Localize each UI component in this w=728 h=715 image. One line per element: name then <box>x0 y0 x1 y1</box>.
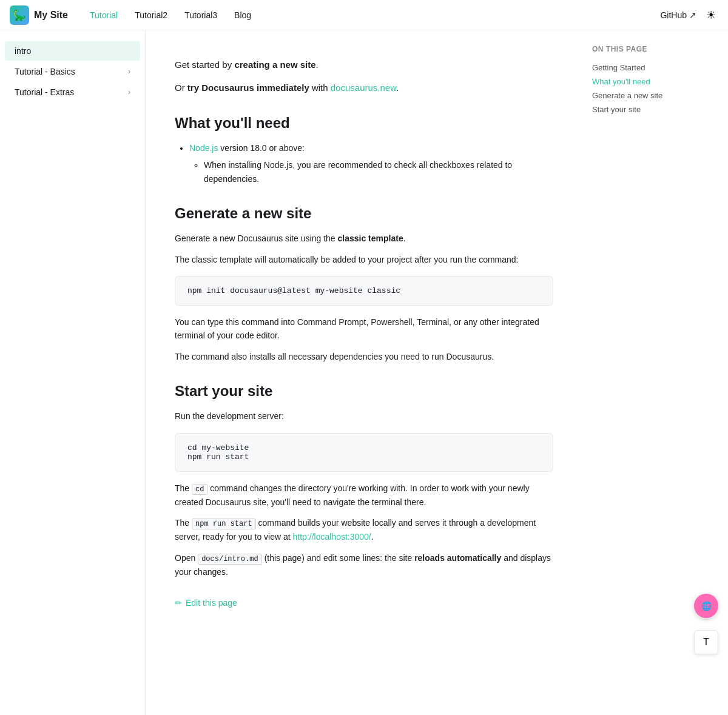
pencil-icon: ✏ <box>175 598 182 608</box>
edit-this-page-link[interactable]: ✏ Edit this page <box>175 598 553 608</box>
generate-description-1: Generate a new Docusaurus site using the… <box>175 232 553 245</box>
intro-try-bold: try Docusaurus immediately <box>187 82 309 93</box>
intro-text-1: Get started by <box>175 59 234 70</box>
reloads-bold: reloads automatically <box>414 553 501 563</box>
nodejs-requirement: Node.js version 18.0 or above: When inst… <box>189 141 553 186</box>
sidebar-item-intro-label: intro <box>15 46 31 56</box>
docusaurus-new-link[interactable]: docusaurus.new <box>331 82 396 93</box>
intro-bold: creating a new site <box>234 59 315 70</box>
sidebar-item-tutorial-extras[interactable]: Tutorial - Extras › <box>5 82 140 102</box>
github-link[interactable]: GitHub ↗ <box>660 10 696 20</box>
intro-try-mid: with <box>309 82 331 93</box>
classic-template-bold: classic template <box>338 233 403 243</box>
start-description-1: Run the development server: <box>175 409 553 423</box>
arrow-up-icon: T <box>703 637 709 648</box>
nodejs-sub-list: When installing Node.js, you are recomme… <box>204 158 553 186</box>
navbar-links: Tutorial Tutorial2 Tutorial3 Blog <box>83 7 660 24</box>
localhost-link[interactable]: http://localhost:3000/ <box>293 532 371 542</box>
start-your-site-heading: Start your site <box>175 383 553 400</box>
nodejs-suffix: version 18.0 or above: <box>218 143 304 153</box>
cd-pre: The <box>175 483 192 493</box>
generate-end: . <box>403 233 406 243</box>
nodejs-checkbox-note: When installing Node.js, you are recomme… <box>204 158 553 186</box>
start-npm-description: The npm run start command builds your we… <box>175 516 553 544</box>
translate-icon: 🌐 <box>701 601 712 611</box>
intro-try-text: Or <box>175 82 187 93</box>
intro-paragraph-2: Or try Docusaurus immediately with docus… <box>175 80 553 96</box>
toc-item-start-your-site[interactable]: Start your site <box>592 102 718 116</box>
navbar-logo[interactable]: 🦕 My Site <box>10 5 68 25</box>
logo-icon: 🦕 <box>10 5 29 25</box>
theme-toggle-button[interactable]: ☀ <box>704 6 718 24</box>
back-to-top-button[interactable]: T <box>694 630 718 654</box>
navbar-link-tutorial2[interactable]: Tutorial2 <box>127 7 175 24</box>
edit-link-label: Edit this page <box>186 598 237 608</box>
chevron-right-icon: › <box>128 67 130 76</box>
sidebar-item-extras-label: Tutorial - Extras <box>15 87 74 97</box>
docs-intro-code: docs/intro.md <box>198 554 262 565</box>
npm-end: . <box>371 532 374 542</box>
navbar-link-tutorial3[interactable]: Tutorial3 <box>177 7 224 24</box>
intro-text-2: . <box>316 59 318 70</box>
requirements-list: Node.js version 18.0 or above: When inst… <box>189 141 553 186</box>
open-mid: (this page) and edit some lines: the sit… <box>262 553 414 563</box>
npm-run-start-code: npm run start <box>192 519 256 529</box>
sidebar-item-basics-label: Tutorial - Basics <box>15 67 75 76</box>
page-layout: intro Tutorial - Basics › Tutorial - Ext… <box>0 30 728 715</box>
section-whats-needed-heading: What you'll need <box>175 115 553 132</box>
toc-item-what-youll-need[interactable]: What you'll need <box>592 75 718 89</box>
navbar: 🦕 My Site Tutorial Tutorial2 Tutorial3 B… <box>0 0 728 30</box>
generate-description-2: The classic template will automatically … <box>175 253 553 266</box>
nodejs-link[interactable]: Node.js <box>189 143 218 153</box>
open-pre: Open <box>175 553 198 563</box>
generate-code-block[interactable]: npm init docusaurus@latest my-website cl… <box>175 276 553 306</box>
toc-item-getting-started[interactable]: Getting Started <box>592 61 718 75</box>
generate-pre: Generate a new Docusaurus site using the <box>175 233 338 243</box>
main-content: Get started by creating a new site. Or t… <box>146 30 582 715</box>
sidebar-item-intro[interactable]: intro <box>5 41 140 61</box>
npm-pre: The <box>175 518 192 528</box>
intro-paragraph-1: Get started by creating a new site. <box>175 57 553 73</box>
navbar-brand: My Site <box>34 10 68 21</box>
external-link-icon: ↗ <box>689 10 696 20</box>
start-code-block[interactable]: cd my-website npm run start <box>175 433 553 472</box>
generate-description-3: You can type this command into Command P… <box>175 315 553 343</box>
toc-title: On this page <box>592 45 718 53</box>
generate-description-4: The command also installs all necessary … <box>175 350 553 363</box>
translate-floating-button[interactable]: 🌐 <box>694 594 718 618</box>
navbar-link-blog[interactable]: Blog <box>227 7 258 24</box>
generate-new-site-heading: Generate a new site <box>175 205 553 222</box>
toc-item-generate-new-site[interactable]: Generate a new site <box>592 89 718 102</box>
navbar-right: GitHub ↗ ☀ <box>660 6 718 24</box>
start-cd-description: The cd command changes the directory you… <box>175 482 553 509</box>
sidebar: intro Tutorial - Basics › Tutorial - Ext… <box>0 30 146 715</box>
start-docs-description: Open docs/intro.md (this page) and edit … <box>175 551 553 579</box>
cd-mid: command changes the directory you're wor… <box>175 483 530 507</box>
navbar-link-tutorial[interactable]: Tutorial <box>83 7 125 24</box>
cd-inline-code: cd <box>192 484 207 495</box>
sidebar-item-tutorial-basics[interactable]: Tutorial - Basics › <box>5 62 140 81</box>
intro-try-end: . <box>396 82 399 93</box>
chevron-right-icon-2: › <box>128 88 130 96</box>
github-label: GitHub <box>660 10 687 20</box>
